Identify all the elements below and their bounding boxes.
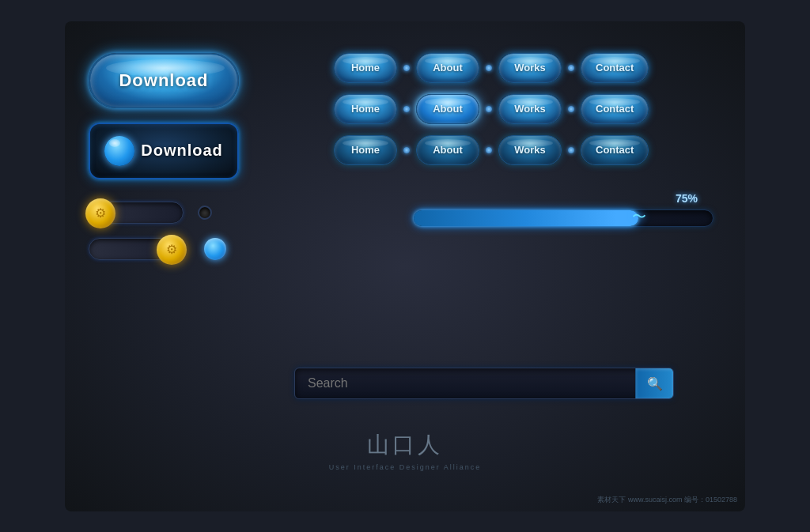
circle-indicator: [198, 206, 212, 220]
gear-icon-2: ⚙: [166, 242, 177, 257]
nav-connector-3a: [403, 147, 410, 153]
progress-label: 75%: [676, 192, 698, 205]
nav-connector-2c: [568, 106, 574, 112]
gear-icon-1: ⚙: [95, 206, 106, 221]
nav-row-1: Home About Works Contact: [334, 53, 721, 83]
nav-row-3: Home About Works Contact: [334, 135, 721, 165]
nav-connector-1b: [486, 65, 492, 71]
toggle-track-1[interactable]: ⚙: [89, 202, 184, 224]
download-section: Download Download ⚙ ⚙: [89, 45, 310, 309]
nav-contact-2[interactable]: Contact: [581, 94, 649, 124]
nav-works-1[interactable]: Works: [498, 53, 562, 83]
nav-home-2[interactable]: Home: [334, 94, 397, 124]
nav-connector-2a: [403, 106, 410, 112]
toggle-row-2: ⚙: [89, 238, 310, 260]
progress-fill: [414, 210, 638, 226]
toggle-knob-gold-2: ⚙: [157, 235, 187, 265]
bottom-watermark: 素材天下 www.sucaisj.com 编号：01502788: [597, 495, 737, 505]
search-section: 🔍: [89, 353, 721, 408]
nav-about-3[interactable]: About: [416, 135, 479, 165]
download-button-dark[interactable]: Download: [89, 123, 239, 179]
nav-connector-3b: [486, 147, 492, 153]
water-drop-icon: [104, 136, 134, 166]
progress-track[interactable]: [413, 209, 713, 227]
download-label-1: Download: [119, 70, 208, 91]
main-panel: Download Download ⚙ ⚙: [65, 21, 745, 511]
search-bar[interactable]: 🔍: [294, 368, 674, 399]
nav-contact-1[interactable]: Contact: [581, 53, 649, 83]
nav-connector-1c: [568, 65, 574, 71]
nav-home-3[interactable]: Home: [334, 135, 397, 165]
nav-rows-section: Home About Works Contact Home About Work…: [334, 45, 721, 309]
search-icon: 🔍: [647, 376, 663, 391]
search-input[interactable]: [295, 368, 635, 398]
watermark-subtitle: User Interface Designer Alliance: [329, 463, 482, 471]
nav-works-3[interactable]: Works: [498, 135, 562, 165]
watermark-section: 山口人 User Interface Designer Alliance: [89, 422, 721, 488]
nav-connector-2b: [486, 106, 492, 112]
toggle-track-2[interactable]: ⚙: [89, 238, 184, 260]
toggle-row-1: ⚙: [89, 202, 310, 224]
blue-indicator: [204, 238, 226, 260]
nav-connector-1a: [403, 65, 410, 71]
progress-section: 75%: [334, 176, 721, 227]
nav-about-1[interactable]: About: [416, 53, 479, 83]
nav-works-2[interactable]: Works: [498, 94, 562, 124]
search-button[interactable]: 🔍: [635, 368, 673, 398]
nav-home-1[interactable]: Home: [334, 53, 397, 83]
download-label-2: Download: [141, 141, 223, 160]
download-button-glassy[interactable]: Download: [89, 53, 239, 108]
nav-connector-3c: [568, 147, 574, 153]
nav-contact-3[interactable]: Contact: [581, 135, 649, 165]
nav-row-2: Home About Works Contact: [334, 94, 721, 124]
toggle-knob-gold-1: ⚙: [85, 198, 115, 228]
watermark-chinese: 山口人: [367, 430, 443, 460]
nav-about-2[interactable]: About: [416, 94, 479, 124]
